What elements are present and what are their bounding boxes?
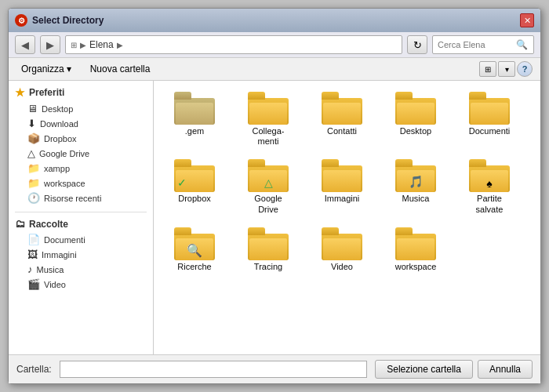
- file-item-collegamenti[interactable]: Collega-menti: [235, 89, 301, 150]
- search-input[interactable]: [438, 40, 516, 49]
- sidebar-item-video[interactable]: 🎬 Video: [9, 277, 153, 292]
- sidebar-item-immagini[interactable]: 🖼 Immagini: [9, 247, 153, 262]
- refresh-button[interactable]: ↻: [407, 35, 427, 54]
- file-item-immagini[interactable]: Immagini: [309, 156, 375, 217]
- sidebar-raccolte-header[interactable]: 🗂 Raccolte: [9, 216, 153, 232]
- file-label-workspace: workspace: [395, 262, 437, 272]
- xampp-icon: 📁: [27, 162, 40, 174]
- title-bar-left: ⚙ Select Directory: [15, 14, 104, 27]
- folder-icon-gem: [174, 92, 215, 125]
- file-label-gem: .gem: [185, 126, 204, 136]
- breadcrumb-sep2: ▶: [117, 41, 123, 49]
- file-label-musica: Musica: [402, 194, 430, 204]
- cancel-button[interactable]: Annulla: [478, 360, 533, 379]
- search-icon[interactable]: 🔍: [516, 39, 528, 50]
- select-folder-button[interactable]: Selezione cartella: [375, 360, 473, 379]
- file-item-gem[interactable]: .gem: [162, 89, 227, 150]
- workspace-icon: 📁: [27, 177, 40, 189]
- sidebar-item-documenti[interactable]: 📄 Documenti: [9, 232, 153, 247]
- sidebar-preferiti-header[interactable]: ★ Preferiti: [9, 84, 153, 101]
- sidebar-item-musica[interactable]: ♪ Musica: [9, 262, 153, 277]
- sidebar-dropbox-label: Dropbox: [44, 134, 77, 143]
- search-bar[interactable]: 🔍: [432, 35, 534, 54]
- file-item-dropbox[interactable]: ✓ Dropbox: [162, 156, 227, 217]
- view-buttons: ⊞ ▾ ?: [479, 61, 533, 77]
- sidebar-item-dropbox[interactable]: 📦 Dropbox: [9, 131, 153, 146]
- file-label-immagini: Immagini: [325, 194, 360, 204]
- files-area: .gem Collega-menti: [154, 81, 540, 354]
- folder-icon-gdrive: △: [248, 159, 289, 192]
- file-item-preferiti[interactable]: ★ Preferiti: [530, 156, 540, 217]
- file-label-video: Video: [331, 262, 353, 272]
- star-icon: ★: [15, 86, 25, 99]
- file-item-musica[interactable]: 🎵 Musica: [383, 156, 449, 217]
- dialog-title: Select Directory: [32, 15, 104, 26]
- recent-icon: 🕐: [27, 192, 40, 204]
- organizza-label: Organizza: [21, 64, 64, 74]
- file-label-ricerche: Ricerche: [177, 262, 211, 272]
- forward-button[interactable]: ▶: [40, 35, 60, 54]
- file-item-contatti[interactable]: Contatti: [309, 89, 375, 150]
- partite-overlay-icon: ♠: [486, 177, 492, 190]
- folder-icon-workspace: [395, 227, 436, 260]
- cartella-label: Cartella:: [16, 364, 52, 375]
- sidebar-item-gdrive[interactable]: △ Google Drive: [9, 146, 153, 161]
- files-grid: .gem Collega-menti: [162, 89, 533, 275]
- organizza-arrow: ▾: [67, 64, 71, 74]
- folder-icon-documenti: [469, 92, 510, 125]
- musica-overlay-icon: 🎵: [409, 175, 424, 189]
- file-label-partite: Partitesalvate: [476, 194, 504, 214]
- file-item-tracing[interactable]: Tracing: [235, 224, 301, 275]
- back-button[interactable]: ◀: [15, 35, 35, 54]
- sidebar-item-recent[interactable]: 🕐 Risorse recenti: [9, 191, 153, 205]
- sidebar-musica-label: Musica: [37, 265, 64, 274]
- ricerche-overlay-icon: 🔍: [187, 243, 202, 258]
- sidebar: ★ Preferiti 🖥 Desktop ⬇ Download 📦 Dropb…: [9, 81, 154, 354]
- dropbox-icon: 📦: [27, 132, 40, 144]
- file-item-ricerche[interactable]: 🔍 Ricerche: [162, 224, 227, 275]
- view-mode-arrow[interactable]: ▾: [498, 61, 515, 77]
- file-label-gdrive: GoogleDrive: [254, 194, 282, 214]
- file-item-download[interactable]: ⬇ Download: [530, 89, 540, 150]
- file-item-workspace[interactable]: workspace: [383, 224, 449, 275]
- folder-icon-immagini: [322, 159, 362, 192]
- desktop-icon: 🖥: [27, 103, 38, 114]
- new-folder-button[interactable]: Nuova cartella: [84, 62, 157, 76]
- sidebar-recent-label: Risorse recenti: [44, 194, 101, 203]
- folder-icon-contatti: [322, 92, 362, 125]
- file-item-video[interactable]: Video: [309, 224, 375, 275]
- folder-icon-dropbox: ✓: [174, 159, 215, 192]
- help-button[interactable]: ?: [517, 61, 533, 77]
- musica-icon: ♪: [27, 263, 33, 275]
- file-item-gdrive[interactable]: △ GoogleDrive: [235, 156, 301, 217]
- sidebar-immagini-label: Immagini: [42, 250, 77, 260]
- cartella-input[interactable]: [60, 361, 368, 378]
- file-label-desktop: Desktop: [400, 126, 431, 136]
- sidebar-video-label: Video: [44, 280, 66, 289]
- sidebar-item-xampp[interactable]: 📁 xampp: [9, 161, 153, 176]
- sidebar-item-workspace[interactable]: 📁 workspace: [9, 176, 153, 191]
- gdrive-icon: △: [27, 147, 35, 159]
- sidebar-workspace-label: workspace: [44, 179, 85, 188]
- app-icon: ⚙: [15, 14, 27, 27]
- second-toolbar: Organizza ▾ Nuova cartella ⊞ ▾ ?: [9, 58, 540, 81]
- sidebar-raccolte-label: Raccolte: [29, 219, 68, 230]
- organizza-button[interactable]: Organizza ▾: [16, 62, 76, 76]
- breadcrumb-sep1: ▶: [80, 41, 86, 49]
- breadcrumb-bar[interactable]: ⊞ ▶ Elena ▶: [65, 35, 402, 54]
- sidebar-item-download[interactable]: ⬇ Download: [9, 116, 153, 131]
- close-button[interactable]: ✕: [520, 13, 534, 27]
- bottom-bar: Cartella: Selezione cartella Annulla: [9, 354, 540, 383]
- sidebar-preferiti-section: ★ Preferiti 🖥 Desktop ⬇ Download 📦 Dropb…: [9, 84, 153, 205]
- file-label-contatti: Contatti: [327, 126, 357, 136]
- sidebar-item-desktop[interactable]: 🖥 Desktop: [9, 101, 153, 116]
- file-item-documenti[interactable]: Documenti: [456, 89, 522, 150]
- view-mode-button[interactable]: ⊞: [479, 61, 496, 77]
- breadcrumb-home-icon: ⊞: [71, 41, 77, 49]
- dropbox-overlay-icon: ✓: [177, 176, 187, 189]
- file-item-partite-salvate[interactable]: ♠ Partitesalvate: [456, 156, 522, 217]
- video-icon: 🎬: [27, 278, 40, 290]
- file-item-desktop[interactable]: Desktop: [383, 89, 449, 150]
- sidebar-documenti-label: Documenti: [44, 235, 85, 245]
- sidebar-download-label: Download: [40, 119, 78, 129]
